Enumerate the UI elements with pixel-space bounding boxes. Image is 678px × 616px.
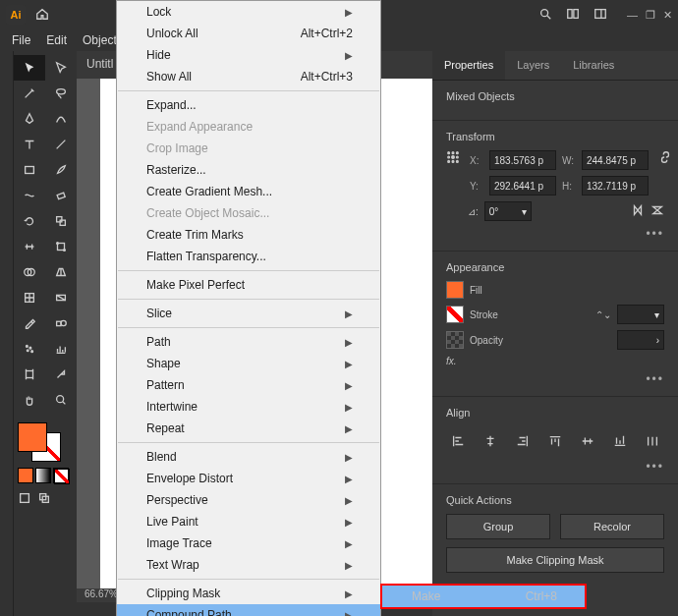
y-input[interactable] — [489, 176, 556, 196]
perspective-tool[interactable] — [45, 259, 77, 285]
menu-item-rasterize-[interactable]: Rasterize... — [117, 159, 380, 181]
menu-item-slice[interactable]: Slice▶ — [117, 303, 380, 324]
menu-item-path[interactable]: Path▶ — [117, 331, 380, 353]
slice-tool[interactable] — [45, 362, 77, 387]
search-icon[interactable] — [538, 7, 552, 24]
menu-item-pattern[interactable]: Pattern▶ — [117, 374, 380, 396]
recolor-button[interactable]: Recolor — [560, 514, 664, 539]
stroke-swatch[interactable] — [446, 306, 464, 323]
pen-tool[interactable] — [14, 106, 45, 132]
opacity-input[interactable]: › — [617, 330, 664, 350]
menu-edit[interactable]: Edit — [38, 30, 75, 50]
free-transform-tool[interactable] — [45, 234, 77, 259]
menu-item-repeat[interactable]: Repeat▶ — [117, 418, 380, 439]
menu-item-expand-[interactable]: Expand... — [117, 94, 380, 116]
fx-button[interactable]: fx. — [446, 356, 457, 366]
close-button[interactable]: ✕ — [663, 9, 672, 22]
tab-libraries[interactable]: Libraries — [561, 51, 626, 80]
w-input[interactable] — [582, 150, 649, 170]
mesh-tool[interactable] — [14, 285, 45, 310]
align-right-icon[interactable] — [514, 432, 532, 450]
menu-item-clipping-mask[interactable]: Clipping Mask▶ — [117, 583, 380, 604]
menu-item-create-gradient-mesh-[interactable]: Create Gradient Mesh... — [117, 181, 380, 202]
stroke-weight[interactable]: ▾ — [617, 305, 664, 324]
menu-item-compound-path[interactable]: Compound Path▶ — [117, 604, 380, 616]
menu-item-create-trim-marks[interactable]: Create Trim Marks — [117, 224, 380, 246]
blend-tool[interactable] — [45, 310, 77, 336]
zoom-tool[interactable] — [45, 387, 77, 413]
menu-item-text-wrap[interactable]: Text Wrap▶ — [117, 554, 380, 576]
artboard-tool[interactable] — [14, 362, 45, 387]
menu-item-blend[interactable]: Blend▶ — [117, 446, 380, 468]
graph-tool[interactable] — [45, 336, 77, 362]
menu-item-perspective[interactable]: Perspective▶ — [117, 489, 380, 511]
menu-item-flatten-transparency-[interactable]: Flatten Transparency... — [117, 246, 380, 267]
eyedropper-tool[interactable] — [14, 310, 45, 336]
submenu-make[interactable]: MakeCtrl+8 — [382, 586, 585, 607]
flip-h-icon[interactable] — [631, 203, 645, 219]
magic-wand-tool[interactable] — [14, 81, 45, 106]
align-top-icon[interactable] — [546, 432, 564, 450]
selection-tool[interactable] — [14, 55, 45, 81]
menu-item-lock[interactable]: Lock▶ — [117, 1, 380, 23]
curvature-tool[interactable] — [45, 106, 77, 132]
reference-point-icon[interactable] — [446, 150, 460, 167]
more-transform-icon[interactable]: ••• — [446, 227, 664, 241]
menu-item-shape[interactable]: Shape▶ — [117, 353, 380, 374]
menu-item-make-pixel-perfect[interactable]: Make Pixel Perfect — [117, 274, 380, 296]
shape-builder-tool[interactable] — [14, 259, 45, 285]
opacity-swatch[interactable] — [446, 331, 464, 349]
tab-properties[interactable]: Properties — [432, 51, 505, 80]
menu-item-show-all[interactable]: Show AllAlt+Ctrl+3 — [117, 66, 380, 87]
menu-item-intertwine[interactable]: Intertwine▶ — [117, 396, 380, 418]
scale-tool[interactable] — [45, 208, 77, 234]
svg-rect-7 — [57, 217, 62, 222]
minimize-button[interactable]: — — [627, 9, 638, 22]
more-align-icon[interactable]: ••• — [446, 460, 664, 474]
arrange-icon[interactable] — [566, 7, 580, 24]
menu-item-unlock-all[interactable]: Unlock AllAlt+Ctrl+2 — [117, 23, 380, 44]
rotate-tool[interactable] — [14, 208, 45, 234]
gradient-mode[interactable] — [35, 468, 51, 483]
fill-swatch[interactable] — [446, 281, 464, 299]
line-tool[interactable] — [45, 132, 77, 157]
draw-behind-icon[interactable] — [37, 491, 51, 508]
fill-stroke-swatch[interactable] — [18, 422, 61, 462]
eraser-tool[interactable] — [45, 183, 77, 208]
symbol-sprayer-tool[interactable] — [14, 336, 45, 362]
menu-item-image-trace[interactable]: Image Trace▶ — [117, 532, 380, 554]
tab-layers[interactable]: Layers — [505, 51, 561, 80]
menu-file[interactable]: File — [4, 30, 38, 50]
menu-item-hide[interactable]: Hide▶ — [117, 44, 380, 66]
gradient-tool[interactable] — [45, 285, 77, 310]
align-hcenter-icon[interactable] — [481, 432, 499, 450]
home-icon[interactable] — [35, 7, 51, 23]
direct-selection-tool[interactable] — [45, 55, 77, 81]
x-input[interactable] — [489, 150, 556, 170]
paintbrush-tool[interactable] — [45, 157, 77, 183]
menu-item-envelope-distort[interactable]: Envelope Distort▶ — [117, 468, 380, 489]
align-bottom-icon[interactable] — [611, 432, 629, 450]
shaper-tool[interactable] — [14, 183, 45, 208]
align-left-icon[interactable] — [449, 432, 467, 450]
width-tool[interactable] — [14, 234, 45, 259]
menu-item-live-paint[interactable]: Live Paint▶ — [117, 511, 380, 532]
rectangle-tool[interactable] — [14, 157, 45, 183]
flip-v-icon[interactable] — [650, 203, 664, 219]
none-mode[interactable] — [53, 468, 69, 483]
workspace-icon[interactable] — [593, 7, 607, 24]
hand-tool[interactable] — [14, 387, 45, 413]
make-clipping-mask-button[interactable]: Make Clipping Mask — [446, 547, 664, 573]
link-wh-icon[interactable] — [658, 150, 672, 167]
type-tool[interactable] — [14, 132, 45, 157]
draw-normal-icon[interactable] — [18, 491, 31, 508]
color-mode[interactable] — [18, 468, 33, 483]
lasso-tool[interactable] — [45, 81, 77, 106]
rotate-input[interactable]: 0°▾ — [484, 201, 532, 221]
h-input[interactable] — [582, 176, 649, 196]
more-appearance-icon[interactable]: ••• — [446, 372, 664, 386]
group-button[interactable]: Group — [446, 514, 550, 539]
align-vcenter-icon[interactable] — [579, 432, 596, 450]
distribute-icon[interactable] — [644, 432, 661, 450]
maximize-button[interactable]: ❐ — [646, 9, 655, 22]
